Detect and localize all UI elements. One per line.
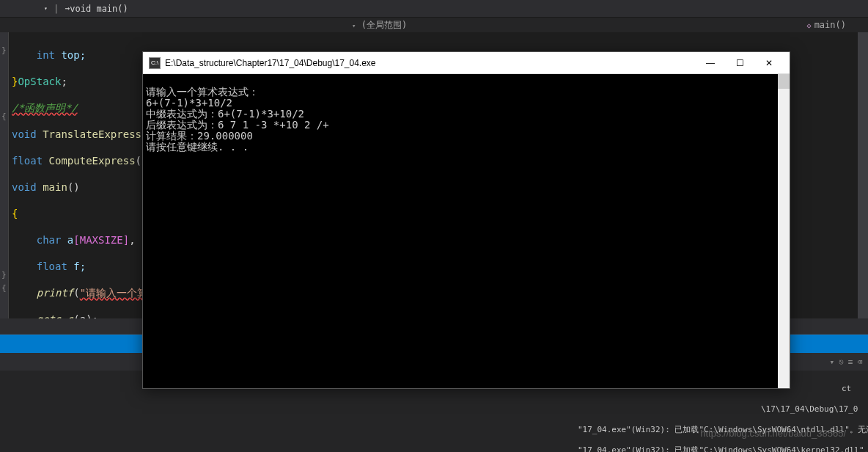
minimize-button[interactable]: —: [696, 53, 725, 73]
chevron-icon: ▾: [352, 22, 356, 29]
console-scrollbar[interactable]: [778, 74, 790, 388]
editor-gutter: } { } {: [0, 32, 9, 318]
function-dropdown[interactable]: ◇ main(): [807, 20, 846, 30]
arrow-right-icon: →: [65, 4, 70, 13]
separator: |: [54, 3, 59, 14]
function-text: main(): [814, 20, 846, 30]
scope-text: (全局范围): [361, 20, 407, 30]
scroll-thumb[interactable]: [778, 74, 790, 89]
scope-label[interactable]: void main(): [70, 4, 128, 14]
breadcrumb-bar: ▾ (全局范围) ◇ main(): [0, 18, 868, 32]
watermark: https://blog.csdn.net/baidu_38565/: [700, 428, 846, 439]
console-window: C:\ E:\Data_structure\Chapter17\17_04\De…: [142, 51, 790, 389]
scope-dropdown[interactable]: ▾ (全局范围): [352, 19, 407, 32]
top-toolbar: ▾ | → void main(): [0, 0, 868, 18]
dropdown-icon[interactable]: ▾: [830, 357, 835, 367]
tool-icon[interactable]: ⌫: [857, 357, 862, 367]
chevron-down-icon[interactable]: ▾: [44, 5, 48, 12]
editor-scrollbar[interactable]: [858, 32, 868, 318]
tool-icon[interactable]: ⎋: [839, 357, 844, 367]
console-output[interactable]: 请输入一个算术表达式： 6+(7-1)*3+10/2 中缀表达式为：6+(7-1…: [143, 74, 790, 388]
maximize-button[interactable]: ☐: [725, 53, 754, 73]
method-icon: ◇: [807, 21, 812, 29]
console-app-icon: C:\: [149, 57, 161, 69]
close-button[interactable]: ✕: [754, 53, 784, 73]
console-titlebar[interactable]: C:\ E:\Data_structure\Chapter17\17_04\De…: [143, 52, 790, 74]
console-title: E:\Data_structure\Chapter17\17_04\Debug\…: [165, 58, 376, 68]
tool-icon[interactable]: ≡: [848, 357, 853, 367]
